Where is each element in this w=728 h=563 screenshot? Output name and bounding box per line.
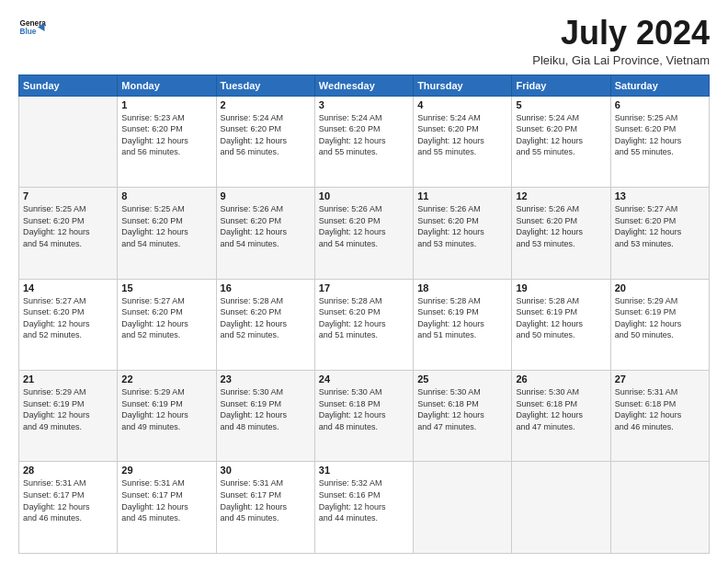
day-info: Sunrise: 5:26 AM Sunset: 6:20 PM Dayligh…: [417, 203, 507, 249]
day-number: 7: [23, 190, 113, 201]
day-info: Sunrise: 5:30 AM Sunset: 6:18 PM Dayligh…: [516, 386, 606, 432]
day-number: 23: [221, 373, 311, 385]
table-row: 26Sunrise: 5:30 AM Sunset: 6:18 PM Dayli…: [512, 371, 610, 462]
day-info: Sunrise: 5:27 AM Sunset: 6:20 PM Dayligh…: [121, 295, 211, 341]
day-number: 17: [319, 282, 409, 293]
calendar-table: Sunday Monday Tuesday Wednesday Thursday…: [18, 75, 710, 554]
table-row: 22Sunrise: 5:29 AM Sunset: 6:19 PM Dayli…: [118, 371, 216, 462]
day-number: 20: [615, 282, 705, 293]
subtitle: Pleiku, Gia Lai Province, Vietnam: [532, 53, 710, 67]
title-block: July 2024 Pleiku, Gia Lai Province, Viet…: [532, 15, 710, 67]
day-number: 15: [121, 282, 211, 293]
table-row: 28Sunrise: 5:31 AM Sunset: 6:17 PM Dayli…: [19, 462, 118, 554]
col-thursday: Thursday: [414, 75, 512, 96]
day-number: 26: [516, 373, 606, 385]
week-row-4: 21Sunrise: 5:29 AM Sunset: 6:19 PM Dayli…: [19, 371, 710, 462]
table-row: 19Sunrise: 5:28 AM Sunset: 6:19 PM Dayli…: [512, 279, 610, 370]
day-number: 19: [516, 282, 606, 293]
day-info: Sunrise: 5:23 AM Sunset: 6:20 PM Dayligh…: [121, 112, 211, 158]
table-row: 12Sunrise: 5:26 AM Sunset: 6:20 PM Dayli…: [512, 188, 610, 279]
day-info: Sunrise: 5:29 AM Sunset: 6:19 PM Dayligh…: [615, 295, 705, 341]
main-title: July 2024: [532, 15, 710, 52]
day-info: Sunrise: 5:24 AM Sunset: 6:20 PM Dayligh…: [319, 112, 409, 158]
day-number: 18: [417, 282, 507, 293]
day-number: 5: [516, 99, 606, 110]
week-row-2: 7Sunrise: 5:25 AM Sunset: 6:20 PM Daylig…: [19, 188, 710, 279]
col-saturday: Saturday: [610, 75, 709, 96]
day-number: 16: [221, 282, 311, 293]
day-info: Sunrise: 5:29 AM Sunset: 6:19 PM Dayligh…: [23, 386, 113, 432]
table-row: 2Sunrise: 5:24 AM Sunset: 6:20 PM Daylig…: [216, 96, 314, 187]
table-row: [512, 462, 610, 554]
day-info: Sunrise: 5:26 AM Sunset: 6:20 PM Dayligh…: [221, 203, 311, 249]
week-row-5: 28Sunrise: 5:31 AM Sunset: 6:17 PM Dayli…: [19, 462, 710, 554]
day-number: 6: [615, 99, 705, 110]
day-number: 8: [121, 190, 211, 201]
table-row: 14Sunrise: 5:27 AM Sunset: 6:20 PM Dayli…: [19, 279, 118, 370]
day-number: 11: [417, 190, 507, 201]
day-number: 13: [615, 190, 705, 201]
day-info: Sunrise: 5:28 AM Sunset: 6:19 PM Dayligh…: [516, 295, 606, 341]
table-row: 31Sunrise: 5:32 AM Sunset: 6:16 PM Dayli…: [314, 462, 413, 554]
day-number: 28: [23, 465, 113, 476]
logo-icon: General Blue: [18, 15, 46, 42]
day-number: 2: [221, 99, 311, 110]
day-info: Sunrise: 5:24 AM Sunset: 6:20 PM Dayligh…: [516, 112, 606, 158]
table-row: 3Sunrise: 5:24 AM Sunset: 6:20 PM Daylig…: [314, 96, 413, 187]
table-row: 1Sunrise: 5:23 AM Sunset: 6:20 PM Daylig…: [118, 96, 216, 187]
day-info: Sunrise: 5:30 AM Sunset: 6:18 PM Dayligh…: [319, 386, 409, 432]
table-row: 9Sunrise: 5:26 AM Sunset: 6:20 PM Daylig…: [216, 188, 314, 279]
day-number: 22: [121, 373, 211, 385]
day-info: Sunrise: 5:24 AM Sunset: 6:20 PM Dayligh…: [221, 112, 311, 158]
day-number: 21: [23, 373, 113, 385]
page: General Blue July 2024 Pleiku, Gia Lai P…: [0, 0, 728, 563]
day-info: Sunrise: 5:28 AM Sunset: 6:20 PM Dayligh…: [221, 295, 311, 341]
day-number: 27: [615, 373, 705, 385]
day-number: 14: [23, 282, 113, 293]
table-row: 27Sunrise: 5:31 AM Sunset: 6:18 PM Dayli…: [610, 371, 709, 462]
table-row: [610, 462, 709, 554]
day-number: 9: [221, 190, 311, 201]
day-number: 29: [121, 465, 211, 476]
day-info: Sunrise: 5:25 AM Sunset: 6:20 PM Dayligh…: [615, 112, 705, 158]
col-wednesday: Wednesday: [314, 75, 413, 96]
table-row: 21Sunrise: 5:29 AM Sunset: 6:19 PM Dayli…: [19, 371, 118, 462]
day-info: Sunrise: 5:25 AM Sunset: 6:20 PM Dayligh…: [121, 203, 211, 249]
table-row: 5Sunrise: 5:24 AM Sunset: 6:20 PM Daylig…: [512, 96, 610, 187]
table-row: 15Sunrise: 5:27 AM Sunset: 6:20 PM Dayli…: [118, 279, 216, 370]
day-number: 25: [417, 373, 507, 385]
logo: General Blue: [18, 15, 46, 42]
day-info: Sunrise: 5:25 AM Sunset: 6:20 PM Dayligh…: [23, 203, 113, 249]
table-row: 20Sunrise: 5:29 AM Sunset: 6:19 PM Dayli…: [610, 279, 709, 370]
col-sunday: Sunday: [19, 75, 118, 96]
table-row: 7Sunrise: 5:25 AM Sunset: 6:20 PM Daylig…: [19, 188, 118, 279]
day-info: Sunrise: 5:26 AM Sunset: 6:20 PM Dayligh…: [516, 203, 606, 249]
day-info: Sunrise: 5:28 AM Sunset: 6:19 PM Dayligh…: [417, 295, 507, 341]
day-number: 4: [417, 99, 507, 110]
day-number: 3: [319, 99, 409, 110]
day-number: 24: [319, 373, 409, 385]
day-info: Sunrise: 5:29 AM Sunset: 6:19 PM Dayligh…: [121, 386, 211, 432]
day-info: Sunrise: 5:31 AM Sunset: 6:17 PM Dayligh…: [121, 477, 211, 523]
day-info: Sunrise: 5:30 AM Sunset: 6:18 PM Dayligh…: [417, 386, 507, 432]
col-tuesday: Tuesday: [216, 75, 314, 96]
day-info: Sunrise: 5:32 AM Sunset: 6:16 PM Dayligh…: [319, 477, 409, 523]
table-row: 29Sunrise: 5:31 AM Sunset: 6:17 PM Dayli…: [118, 462, 216, 554]
day-info: Sunrise: 5:27 AM Sunset: 6:20 PM Dayligh…: [23, 295, 113, 341]
day-info: Sunrise: 5:31 AM Sunset: 6:18 PM Dayligh…: [615, 386, 705, 432]
table-row: [19, 96, 118, 187]
day-number: 12: [516, 190, 606, 201]
day-number: 10: [319, 190, 409, 201]
day-info: Sunrise: 5:30 AM Sunset: 6:19 PM Dayligh…: [221, 386, 311, 432]
day-number: 31: [319, 465, 409, 476]
table-row: 16Sunrise: 5:28 AM Sunset: 6:20 PM Dayli…: [216, 279, 314, 370]
table-row: 24Sunrise: 5:30 AM Sunset: 6:18 PM Dayli…: [314, 371, 413, 462]
week-row-3: 14Sunrise: 5:27 AM Sunset: 6:20 PM Dayli…: [19, 279, 710, 370]
day-number: 30: [221, 465, 311, 476]
table-row: 8Sunrise: 5:25 AM Sunset: 6:20 PM Daylig…: [118, 188, 216, 279]
table-row: 18Sunrise: 5:28 AM Sunset: 6:19 PM Dayli…: [414, 279, 512, 370]
day-number: 1: [121, 99, 211, 110]
table-row: 30Sunrise: 5:31 AM Sunset: 6:17 PM Dayli…: [216, 462, 314, 554]
day-info: Sunrise: 5:31 AM Sunset: 6:17 PM Dayligh…: [221, 477, 311, 523]
table-row: 4Sunrise: 5:24 AM Sunset: 6:20 PM Daylig…: [414, 96, 512, 187]
